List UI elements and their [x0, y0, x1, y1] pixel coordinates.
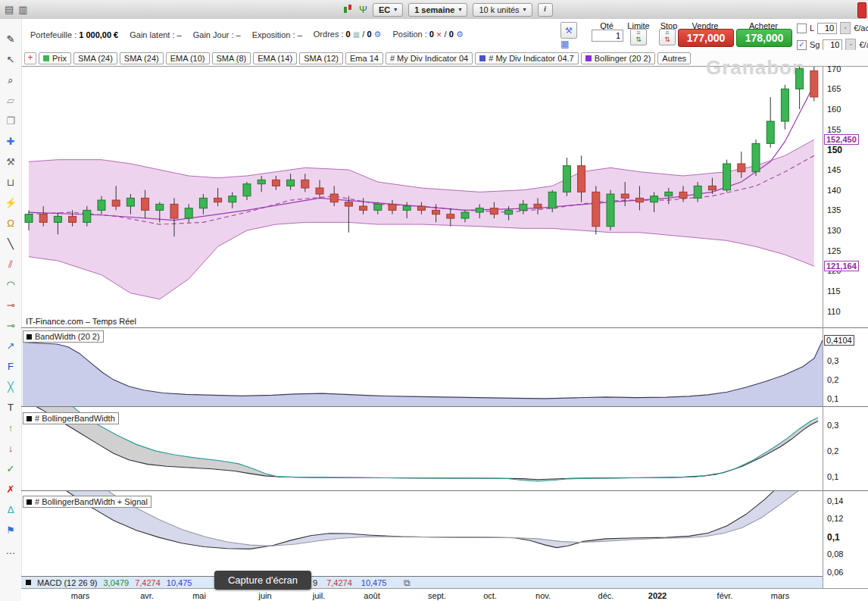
bandwidth-chart-canvas[interactable]	[23, 328, 823, 407]
separator: /	[445, 30, 447, 39]
trading-bar: Portefeuille : 1 000,00 € Gain latent : …	[21, 19, 868, 51]
sell-button[interactable]: 177,000	[678, 29, 734, 47]
data-source-label: IT-Finance.com – Temps Réel	[24, 317, 138, 326]
flash-icon[interactable]: ⚡	[0, 196, 21, 211]
indicator-tab[interactable]: SMA (8)	[212, 52, 251, 64]
bell-icon[interactable]: Ω	[0, 216, 21, 231]
orders-grid-icon[interactable]: ▦	[353, 30, 360, 39]
time-axis-label: mars	[71, 591, 89, 600]
link-icon[interactable]: Ψ	[359, 4, 367, 15]
zoom-icon[interactable]: ⌕	[0, 73, 21, 88]
price-chart-canvas[interactable]	[23, 67, 823, 327]
gain-day-value: –	[236, 30, 241, 39]
calculator-icon[interactable]: ▦	[560, 39, 569, 49]
price-tick-label: 155	[827, 125, 841, 134]
bbws-panel-title: # BollingerBandWidth + Signal	[35, 497, 148, 506]
units-dropdown[interactable]: 10 k unités ▾	[473, 3, 532, 17]
arrow-ne-icon[interactable]: ↗	[0, 339, 21, 354]
flag-icon[interactable]: ⚑	[0, 523, 21, 538]
segment-green-icon[interactable]: ⊸	[0, 318, 21, 333]
bbw-axis[interactable]: 0,30,20,1	[823, 407, 867, 491]
bbw-panel-title: # BollingerBandWidth	[35, 414, 115, 423]
more-icon[interactable]: …	[0, 543, 21, 559]
cursor-icon[interactable]: ↖	[0, 52, 21, 67]
stop-order-button[interactable]: ≡ ⇅	[659, 29, 676, 45]
indicator-tab-label: Prix	[52, 54, 67, 63]
arc-icon[interactable]: ◠	[0, 277, 21, 293]
bollinger-bandwidth-chart-canvas[interactable]	[23, 407, 823, 491]
bbw-panel-label[interactable]: # BollingerBandWidth	[23, 412, 119, 424]
bandwidth-panel-label[interactable]: BandWidth (20 2)	[23, 330, 104, 343]
lot2-input[interactable]	[823, 39, 842, 51]
timeframe-dropdown[interactable]: 1 semaine ▾	[408, 3, 467, 17]
price-tag: 152,450	[824, 134, 859, 145]
chevron-down-icon: ▾	[394, 6, 397, 13]
lot2-stepper[interactable]: ▪	[845, 39, 856, 51]
sg-checkbox[interactable]: ✓	[797, 40, 807, 50]
cross-icon[interactable]: ✗	[0, 482, 21, 497]
indicator-tab[interactable]: EMA (10)	[166, 52, 210, 64]
trendline-icon[interactable]: ╲	[0, 236, 21, 252]
position-gear-icon[interactable]: ⚙	[456, 30, 464, 39]
indicator-tab[interactable]: Autres	[657, 52, 691, 64]
eraser-icon[interactable]: ▱	[0, 93, 21, 108]
copy-icon[interactable]: ❐	[0, 114, 21, 129]
panel-divider[interactable]	[21, 327, 868, 328]
bbws-axis[interactable]: 0,140,120,10,080,06	[823, 491, 867, 576]
lot1-input[interactable]	[817, 23, 837, 34]
panel-divider[interactable]	[21, 490, 868, 491]
channel-icon[interactable]: ╳	[0, 380, 21, 395]
indicator-tab[interactable]: Ema 14	[345, 52, 383, 64]
indicator-tab[interactable]: # My Div Indicator 04	[386, 52, 473, 64]
layout-icon[interactable]: ▥	[18, 4, 27, 15]
symbol-dropdown[interactable]: EC ▾	[373, 3, 403, 17]
time-axis[interactable]: marsavr.maijuinjuil.aoûtsept.oct.nov.déc…	[21, 588, 868, 601]
candle-chart-icon[interactable]	[342, 3, 354, 16]
panel-divider[interactable]	[21, 406, 868, 407]
position-label: Position :	[392, 30, 426, 39]
arrow-up-icon[interactable]: ↑	[0, 421, 21, 436]
indicator-tab[interactable]: EMA (14)	[253, 52, 297, 64]
info-button[interactable]: i	[538, 3, 553, 17]
macd-status-bar[interactable]: MACD (12 26 9) 3,0479 7,4274 10,475 9 7,…	[21, 576, 823, 588]
order-settings-button[interactable]: ⚒	[560, 22, 577, 39]
indicator-tab[interactable]: # My Div Indicator 04.7	[475, 52, 579, 64]
position-close-icon[interactable]: ✕	[436, 31, 442, 39]
parallel-lines-icon[interactable]: ⫽	[0, 257, 21, 272]
indicator-swatch-icon	[27, 416, 32, 421]
indicator-swatch-icon	[26, 580, 31, 585]
indicator-tab-label: SMA (8)	[217, 54, 247, 63]
indicator-tab[interactable]: SMA (24)	[120, 52, 164, 64]
alert-indicator-icon[interactable]	[857, 2, 866, 18]
bbws-panel-label[interactable]: # BollingerBandWidth + Signal	[23, 496, 151, 508]
buy-button[interactable]: 178,000	[736, 29, 792, 47]
arrow-down-icon[interactable]: ↓	[0, 441, 21, 456]
price-tick-label: 165	[827, 84, 841, 93]
indicator-tab[interactable]: Bollinger (20 2)	[581, 52, 656, 64]
triangle-icon[interactable]: Δ	[0, 502, 21, 518]
segment-red-icon[interactable]: ⊸	[0, 298, 21, 313]
text-icon[interactable]: T	[0, 400, 21, 415]
menu-icon[interactable]: ▤	[5, 4, 14, 15]
indicator-tab-label: SMA (24)	[124, 54, 159, 63]
fibonacci-icon[interactable]: F	[0, 359, 21, 374]
indicator-tab[interactable]: SMA (24)	[73, 52, 117, 64]
time-axis-label: nov.	[535, 591, 551, 600]
move-icon[interactable]: ✚	[0, 134, 21, 149]
indicator-tab[interactable]: Prix	[39, 52, 71, 64]
price-axis[interactable]: 1701651601551501451401351301251201151101…	[823, 67, 867, 327]
pencil-icon[interactable]: ✎	[0, 32, 21, 47]
lot1-stepper[interactable]: ▪	[840, 22, 851, 34]
tools-icon[interactable]: ⚒	[0, 155, 21, 170]
bandwidth-axis[interactable]: 0,30,20,10,4104	[823, 328, 867, 407]
indicator-tab[interactable]: SMA (12)	[299, 52, 343, 64]
check-icon[interactable]: ✓	[0, 462, 21, 477]
trash-icon[interactable]: ⊔	[0, 175, 21, 190]
l-checkbox[interactable]	[797, 23, 807, 33]
limit-order-button[interactable]: ≡ ⇅	[630, 29, 647, 45]
detach-panel-icon[interactable]: ⧉	[404, 578, 411, 588]
orders-gear-icon[interactable]: ⚙	[374, 30, 382, 39]
wrench-icon: ⚒	[565, 26, 573, 35]
qty-input[interactable]	[592, 30, 623, 42]
add-indicator-button[interactable]: +	[24, 52, 36, 64]
